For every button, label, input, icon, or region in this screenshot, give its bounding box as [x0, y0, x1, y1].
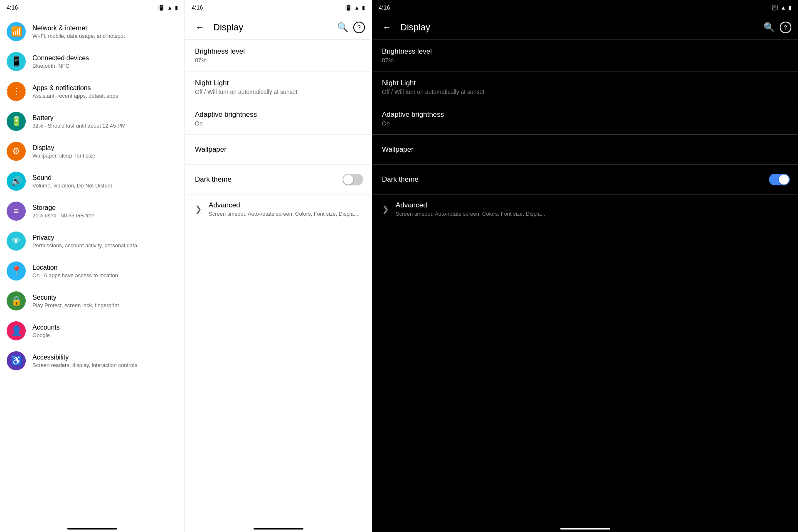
connected-subtitle: Bluetooth, NFC — [32, 63, 178, 69]
chevron-down-icon-dark: ❯ — [382, 204, 389, 214]
storage-icon: ≡ — [14, 206, 19, 217]
status-bar-2: 4:16 📳 ▲ ▮ — [185, 0, 372, 15]
darktheme-toggle-wrap-dark[interactable] — [769, 174, 790, 185]
display-item-adaptive-light[interactable]: Adaptive brightness On — [185, 103, 372, 135]
back-button-light[interactable]: ← — [192, 19, 208, 36]
vibrate-icon-3: 📳 — [771, 5, 778, 11]
adaptive-title-dark: Adaptive brightness — [382, 111, 768, 119]
location-icon-wrap: 📍 — [7, 261, 26, 281]
display-item-brightness-light[interactable]: Brightness level 87% — [185, 40, 372, 71]
settings-item-security[interactable]: 🔒 Security Play Protect, screen lock, fi… — [0, 286, 185, 316]
display-icon-wrap: ⚙ — [7, 142, 26, 161]
display-list-dark: Brightness level 87% Night Light Off / W… — [372, 40, 798, 519]
display-item-adaptive-dark[interactable]: Adaptive brightness On — [372, 103, 798, 135]
advanced-row-dark[interactable]: ❯ Advanced Screen timeout, Auto-rotate s… — [372, 195, 798, 224]
battery-text: Battery 92% · Should last until about 12… — [32, 114, 178, 129]
settings-item-accounts[interactable]: 👤 Accounts Google — [0, 316, 185, 346]
nightlight-title-dark: Night Light — [382, 79, 768, 87]
home-indicator-3 — [372, 519, 798, 532]
security-icon: 🔒 — [11, 296, 22, 306]
settings-item-connected[interactable]: 📱 Connected devices Bluetooth, NFC — [0, 47, 185, 76]
brightness-title-dark: Brightness level — [382, 47, 768, 56]
settings-item-apps[interactable]: ⋮⋮⋮ Apps & notifications Assistant, rece… — [0, 76, 185, 106]
display-title: Display — [32, 144, 178, 152]
display-item-brightness-dark[interactable]: Brightness level 87% — [372, 40, 798, 71]
wifi-icon-2: ▲ — [354, 5, 360, 11]
topbar-actions-light: 🔍 ? — [337, 22, 365, 33]
advanced-title-light: Advanced — [209, 201, 362, 209]
settings-item-storage[interactable]: ≡ Storage 21% used · 50.33 GB free — [0, 196, 185, 226]
connected-title: Connected devices — [32, 54, 178, 62]
settings-item-privacy[interactable]: 👁 Privacy Permissions, account activity,… — [0, 226, 185, 256]
display-title-dark: Display — [400, 22, 764, 33]
brightness-subtitle-light: 87% — [195, 57, 342, 64]
darktheme-toggle-dark[interactable] — [769, 174, 790, 185]
display-title-light: Display — [213, 22, 337, 33]
privacy-subtitle: Permissions, account activity, personal … — [32, 242, 178, 249]
display-subtitle: Wallpaper, sleep, font size — [32, 153, 178, 159]
adaptive-subtitle-dark: On — [382, 120, 768, 127]
darktheme-title-dark: Dark theme — [382, 175, 768, 184]
accessibility-icon-wrap: ♿ — [7, 351, 26, 370]
search-icon-dark[interactable]: 🔍 — [764, 22, 775, 33]
location-subtitle: On · 6 apps have access to location — [32, 272, 178, 278]
search-icon-light[interactable]: 🔍 — [337, 22, 348, 33]
display-panel-dark: 4:16 📳 ▲ ▮ ← Display 🔍 ? Brightness leve… — [372, 0, 798, 532]
brightness-subtitle-dark: 87% — [382, 57, 768, 64]
accounts-icon-wrap: 👤 — [7, 321, 26, 340]
settings-item-battery[interactable]: 🔋 Battery 92% · Should last until about … — [0, 106, 185, 136]
sound-text: Sound Volume, vibration, Do Not Disturb — [32, 174, 178, 189]
darktheme-toggle-wrap-light[interactable] — [342, 174, 363, 185]
home-bar-1 — [67, 528, 117, 530]
nightlight-title-light: Night Light — [195, 79, 342, 87]
apps-title: Apps & notifications — [32, 84, 178, 92]
advanced-subtitle-light: Screen timeout, Auto-rotate screen, Colo… — [209, 211, 362, 217]
settings-item-network[interactable]: 📶 Network & internet Wi-Fi, mobile, data… — [0, 17, 185, 47]
display-item-wallpaper-light[interactable]: Wallpaper — [185, 135, 372, 165]
connected-text: Connected devices Bluetooth, NFC — [32, 54, 178, 69]
accessibility-subtitle: Screen readers, display, interaction con… — [32, 362, 178, 368]
storage-title: Storage — [32, 204, 178, 212]
darktheme-toggle-light[interactable] — [342, 174, 363, 185]
connected-icon: 📱 — [11, 56, 22, 67]
advanced-row-light[interactable]: ❯ Advanced Screen timeout, Auto-rotate s… — [185, 195, 372, 224]
advanced-subtitle-dark-text: Screen timeout, Auto-rotate screen, Colo… — [396, 211, 788, 217]
help-icon-dark[interactable]: ? — [780, 22, 791, 33]
display-item-nightlight-light[interactable]: Night Light Off / Will turn on automatic… — [185, 71, 372, 103]
settings-item-accessibility[interactable]: ♿ Accessibility Screen readers, display,… — [0, 346, 185, 376]
accounts-title: Accounts — [32, 324, 178, 331]
apps-subtitle: Assistant, recent apps, default apps — [32, 93, 178, 99]
settings-item-sound[interactable]: 🔊 Sound Volume, vibration, Do Not Distur… — [0, 166, 185, 196]
display-topbar-dark: ← Display 🔍 ? — [372, 15, 798, 40]
display-topbar-light: ← Display 🔍 ? — [185, 15, 372, 40]
battery-subtitle: 92% · Should last until about 12:45 PM — [32, 123, 178, 129]
apps-text: Apps & notifications Assistant, recent a… — [32, 84, 178, 99]
back-button-dark[interactable]: ← — [379, 19, 395, 36]
accounts-icon: 👤 — [11, 325, 22, 336]
settings-item-display[interactable]: ⚙ Display Wallpaper, sleep, font size — [0, 136, 185, 166]
status-time-1: 4:16 — [7, 4, 18, 11]
vibrate-icon-2: 📳 — [345, 5, 352, 11]
help-icon-light[interactable]: ? — [353, 22, 365, 33]
apps-icon: ⋮⋮⋮ — [2, 86, 30, 97]
settings-item-location[interactable]: 📍 Location On · 6 apps have access to lo… — [0, 256, 185, 286]
sound-title: Sound — [32, 174, 178, 182]
brightness-title-light: Brightness level — [195, 47, 342, 56]
network-title: Network & internet — [32, 25, 178, 32]
privacy-title: Privacy — [32, 234, 178, 241]
network-icon: 📶 — [11, 26, 22, 37]
toggle-knob-dark — [779, 175, 789, 185]
display-item-nightlight-dark[interactable]: Night Light Off / Will turn on automatic… — [372, 71, 798, 103]
display-item-darktheme-dark[interactable]: Dark theme — [372, 165, 798, 195]
adaptive-title-light: Adaptive brightness — [195, 111, 342, 119]
back-arrow-icon-light: ← — [195, 22, 204, 33]
apps-icon-wrap: ⋮⋮⋮ — [7, 82, 26, 101]
display-panel-light: 4:16 📳 ▲ ▮ ← Display 🔍 ? Brightness leve… — [185, 0, 372, 532]
accounts-subtitle: Google — [32, 332, 178, 338]
security-text: Security Play Protect, screen lock, fing… — [32, 294, 178, 308]
display-item-darktheme-light[interactable]: Dark theme — [185, 165, 372, 195]
security-subtitle: Play Protect, screen lock, fingerprint — [32, 302, 178, 308]
status-icons-2: 📳 ▲ ▮ — [345, 5, 365, 11]
settings-panel: 4:16 📳 ▲ ▮ 📶 Network & internet Wi-Fi, m… — [0, 0, 185, 532]
display-item-wallpaper-dark[interactable]: Wallpaper — [372, 135, 798, 165]
